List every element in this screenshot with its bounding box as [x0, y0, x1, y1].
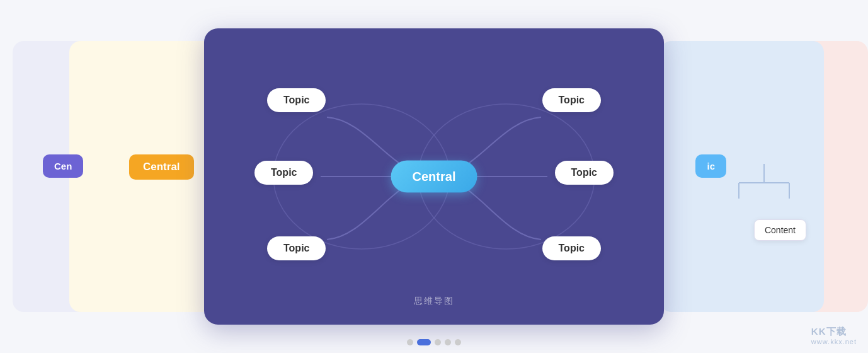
dot-3[interactable]: [435, 339, 441, 345]
central-node[interactable]: Central: [391, 161, 477, 193]
cards-container: Cen Central ic Content: [0, 0, 868, 353]
topic-top-right[interactable]: Topic: [542, 88, 601, 112]
main-mindmap-card[interactable]: Topic Topic Topic Topic Topic Topic Cent…: [204, 28, 664, 325]
pagination[interactable]: [407, 339, 461, 345]
topic-top-left[interactable]: Topic: [267, 88, 326, 112]
dot-4[interactable]: [445, 339, 451, 345]
dot-2-active[interactable]: [417, 339, 431, 345]
topic-mid-right[interactable]: Topic: [555, 161, 614, 185]
central-lavender-node: Cen: [43, 154, 83, 178]
mindmap-caption: 思维导图: [414, 296, 454, 307]
topic-bot-left[interactable]: Topic: [267, 236, 326, 260]
central-yellow-node: Central: [129, 154, 194, 180]
dot-5[interactable]: [455, 339, 461, 345]
watermark: KK下载 www.kkx.net: [811, 326, 857, 345]
dot-1[interactable]: [407, 339, 413, 345]
content-node: Content: [754, 219, 806, 241]
topic-bot-right[interactable]: Topic: [542, 236, 601, 260]
right-card-lines: [714, 145, 814, 221]
topic-mid-left[interactable]: Topic: [254, 161, 313, 185]
